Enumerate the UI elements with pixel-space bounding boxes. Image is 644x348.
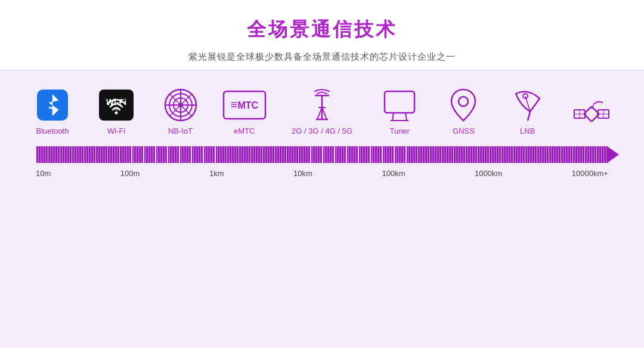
- page-wrapper: 全场景通信技术 紫光展锐是全球极少数具备全场景通信技术的芯片设计企业之一 Blu…: [0, 0, 644, 348]
- tuner-icon: [383, 88, 416, 122]
- lnb-label: LNB: [520, 127, 535, 135]
- cellular-label: 2G / 3G / 4G / 5G: [292, 127, 352, 135]
- svg-text:≡MTC: ≡MTC: [231, 98, 259, 111]
- tuner-label: Tuner: [389, 127, 409, 135]
- distance-row: 10m 100m 1km 10km 100km 1000km 10000km+: [24, 163, 620, 178]
- svg-rect-21: [385, 91, 414, 113]
- tech-item-bluetooth: Bluetooth: [36, 88, 69, 135]
- content-area: Bluetooth Wi-Fi ™ Wi-Fi: [0, 70, 644, 348]
- satellite-icon: [575, 97, 608, 131]
- ruler-bar: [36, 146, 608, 163]
- distance-10000km: 10000km+: [572, 169, 608, 178]
- distance-100m: 100m: [120, 169, 140, 178]
- tech-item-tuner: Tuner: [383, 88, 416, 135]
- distance-1000km: 1000km: [475, 169, 502, 178]
- distance-1km: 1km: [209, 169, 224, 178]
- nbiot-label: NB-IoT: [168, 127, 193, 135]
- bluetooth-label: Bluetooth: [36, 127, 69, 135]
- distance-10km: 10km: [293, 169, 312, 178]
- wifi-icon: Wi-Fi ™: [100, 88, 133, 122]
- tech-item-gnss: GNSS: [447, 88, 480, 135]
- svg-rect-29: [584, 106, 599, 121]
- header-section: 全场景通信技术 紫光展锐是全球极少数具备全场景通信技术的芯片设计企业之一: [0, 0, 644, 70]
- cellular-icon: [305, 88, 339, 122]
- bluetooth-icon: [36, 88, 69, 122]
- gnss-label: GNSS: [453, 127, 475, 135]
- nbiot-icon: [164, 88, 197, 122]
- svg-line-22: [392, 113, 394, 121]
- tech-item-lnb: LNB: [511, 88, 544, 135]
- tech-item-emtc: ≡MTC eMTC: [228, 88, 261, 135]
- svg-line-26: [528, 112, 530, 121]
- wifi-label: Wi-Fi: [107, 127, 125, 135]
- icons-row: Bluetooth Wi-Fi ™ Wi-Fi: [24, 88, 620, 135]
- distance-100km: 100km: [382, 169, 405, 178]
- tech-item-wifi: Wi-Fi ™ Wi-Fi: [100, 88, 133, 135]
- tech-item-satellite: [575, 97, 608, 135]
- emtc-label: eMTC: [234, 127, 255, 135]
- emtc-icon: ≡MTC: [228, 88, 261, 122]
- tech-item-nbiot: NB-IoT: [164, 88, 197, 135]
- lnb-icon: [511, 88, 544, 122]
- ruler-ticks: [36, 146, 608, 163]
- timeline-container: [24, 146, 620, 163]
- svg-point-4: [115, 112, 118, 115]
- svg-line-23: [405, 113, 407, 121]
- tech-item-cellular: 2G / 3G / 4G / 5G: [292, 88, 352, 135]
- svg-point-25: [459, 97, 468, 106]
- distance-10m: 10m: [36, 169, 51, 178]
- subtitle: 紫光展锐是全球极少数具备全场景通信技术的芯片设计企业之一: [0, 51, 644, 63]
- gnss-icon: [447, 88, 480, 122]
- main-title: 全场景通信技术: [0, 17, 644, 43]
